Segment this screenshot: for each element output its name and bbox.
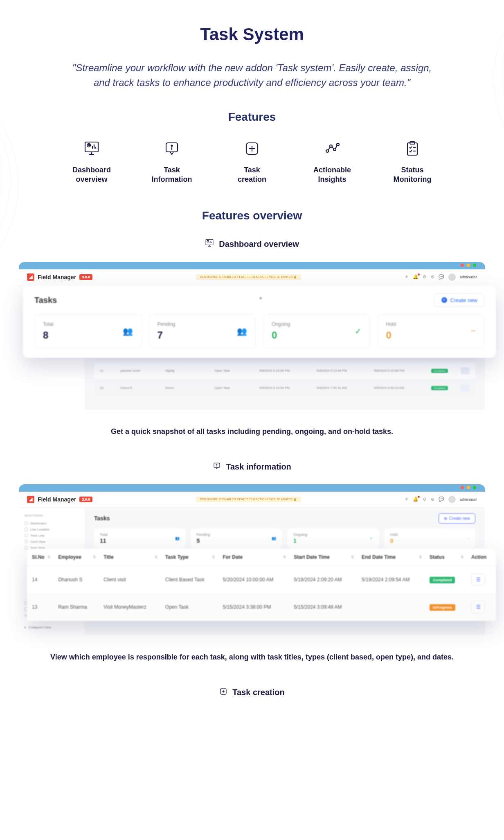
sidebar-collapse[interactable]: ▸Collapsed View [22, 624, 81, 630]
avatar[interactable] [448, 496, 456, 503]
app-version-badge: 3.0.0 [79, 274, 92, 280]
create-new-label: Create new [450, 297, 477, 303]
col-tasktype[interactable]: Task Type⇅ [160, 549, 218, 566]
user-minus-icon: − [471, 326, 476, 336]
globe-icon[interactable]: ⊕ [431, 497, 434, 502]
info-icon [163, 140, 180, 157]
cursor-icon: ⌖ [259, 296, 262, 301]
feature-label: overview [76, 175, 107, 183]
svg-rect-20 [407, 143, 417, 155]
status-badge: Completed [430, 577, 455, 583]
svg-point-27 [207, 240, 209, 242]
info-icon [213, 462, 221, 472]
feature-label: Monitoring [394, 175, 432, 183]
features-heading: Features [16, 111, 488, 124]
table-row: 14 Dhanush S Client visit Client Based T… [27, 566, 496, 593]
window-chrome [19, 484, 485, 492]
user-minus-icon: − [468, 536, 470, 540]
section-heading-text: Dashboard overview [219, 239, 299, 249]
table-row: 13 Ram Sharma Visit MoneyMasterz Open Ta… [27, 593, 496, 621]
sidebar-item[interactable]: Card View [22, 539, 81, 545]
feature-insights: ActionableInsights [308, 140, 356, 185]
feature-task-creation: Taskcreation [228, 140, 276, 185]
bell-icon[interactable]: 🔔 [413, 497, 418, 502]
users-icon: 👥 [175, 536, 180, 540]
app-brand: Field Manager [38, 274, 76, 280]
chat-icon[interactable]: 💬 [439, 497, 444, 502]
users-icon: 👥 [272, 536, 276, 540]
col-employee[interactable]: Employee⇅ [53, 549, 99, 566]
view-action-button[interactable]: ☰ [471, 574, 485, 586]
screenshot-taskinfo: ◢ Field Manager 3.0.0 DEMO MODE IS ENABL… [19, 484, 485, 635]
sidebar-item[interactable]: Dashboard [22, 520, 81, 526]
feature-label: Task [164, 166, 180, 174]
col-action: Action [466, 549, 496, 566]
chat-icon[interactable]: 💬 [439, 274, 444, 280]
svg-line-19 [335, 145, 337, 149]
tasks-summary-card: Tasks ⌖ + Create new Total8 👥 [23, 285, 496, 358]
topbar-icons: ☀ 🔔 ⚙ ⊕ 💬 adminuser [405, 273, 477, 281]
create-new-button[interactable]: + Create new [434, 294, 484, 307]
avatar[interactable] [448, 273, 456, 281]
sidebar-group: MONITORING [22, 513, 81, 519]
col-title[interactable]: Title⇅ [99, 549, 160, 566]
sun-icon[interactable]: ☀ [405, 497, 409, 502]
table-row: 11yassine nouiridfgdfgOpen Task5/8/2024 … [94, 363, 475, 379]
section2-caption: View which employee is responsible for e… [37, 652, 467, 663]
app-logo-mark: ◢ [27, 496, 34, 503]
tasks-table-card: Sl.No⇅ Employee⇅ Title⇅ Task Type⇅ For D… [27, 549, 496, 621]
plus-icon: ⊕ [444, 516, 447, 521]
feature-label: Insights [318, 175, 346, 183]
gear-icon[interactable]: ⚙ [423, 274, 427, 280]
sidebar-item[interactable]: Live Location [22, 526, 81, 533]
stat-ongoing: Ongoing0 ✓ [263, 314, 370, 348]
users-icon: 👥 [237, 326, 247, 336]
app-logo: ◢ Field Manager 3.0.0 [27, 496, 92, 503]
app-logo-mark: ◢ [27, 273, 34, 281]
section1-caption: Get a quick snapshot of all tasks includ… [37, 426, 467, 437]
stat-pending: Pending7 👥 [149, 314, 256, 348]
stat-hold: Hold0 − [378, 314, 485, 348]
feature-label: Task [244, 166, 260, 174]
dashboard-icon [205, 239, 214, 250]
section-taskinfo-heading: Task information [16, 462, 488, 472]
globe-icon[interactable]: ⊕ [431, 274, 434, 280]
svg-point-8 [171, 145, 173, 147]
col-end[interactable]: End Date Time⇅ [357, 549, 425, 566]
col-fordate[interactable]: For Date⇅ [218, 549, 289, 566]
feature-label: Actionable [313, 166, 351, 174]
plus-box-icon [219, 687, 227, 698]
col-slno[interactable]: Sl.No⇅ [27, 549, 53, 566]
stat-total: Total8 👥 [34, 314, 142, 348]
checklist-icon [404, 140, 421, 157]
col-start[interactable]: Start Date Time⇅ [289, 549, 357, 566]
bell-icon[interactable]: 🔔 [413, 274, 418, 280]
demo-banner: DEMO MODE IS ENABLED. FEATURES & ACTIONS… [196, 274, 301, 280]
users-icon: 👥 [123, 326, 133, 336]
feature-label: Information [152, 175, 192, 183]
section-heading-text: Task creation [232, 688, 284, 697]
tasks-title: Tasks [34, 296, 57, 305]
section-taskcreation-heading: Task creation [16, 687, 488, 698]
demo-banner: DEMO MODE IS ENABLED. FEATURES & ACTIONS… [196, 497, 301, 502]
insights-icon [324, 140, 341, 157]
gear-icon[interactable]: ⚙ [423, 497, 427, 502]
create-new-button[interactable]: ⊕Create new [439, 513, 475, 524]
view-action-button[interactable]: ☰ [471, 601, 485, 613]
tasks-table: Sl.No⇅ Employee⇅ Title⇅ Task Type⇅ For D… [27, 549, 496, 621]
sidebar-item[interactable]: Time Line [22, 533, 81, 539]
traffic-lights [461, 264, 476, 267]
tagline: "Streamline your workflow with the new a… [72, 61, 432, 90]
feature-label: Dashboard [72, 166, 111, 174]
sun-icon[interactable]: ☀ [405, 274, 409, 280]
feature-dashboard: Dashboardoverview [68, 140, 115, 185]
svg-rect-0 [85, 142, 98, 152]
traffic-lights [461, 486, 476, 489]
screenshot-dashboard: ◢ Field Manager 3.0.0 DEMO MODE IS ENABL… [19, 262, 485, 410]
app-topbar: ◢ Field Manager 3.0.0 DEMO MODE IS ENABL… [19, 269, 485, 285]
col-status[interactable]: Status⇅ [425, 549, 466, 566]
stat-hold: Hold0− [385, 528, 476, 548]
dashboard-icon [83, 140, 100, 157]
app-version-badge: 3.0.0 [79, 497, 92, 502]
feature-label: Status [401, 166, 423, 174]
